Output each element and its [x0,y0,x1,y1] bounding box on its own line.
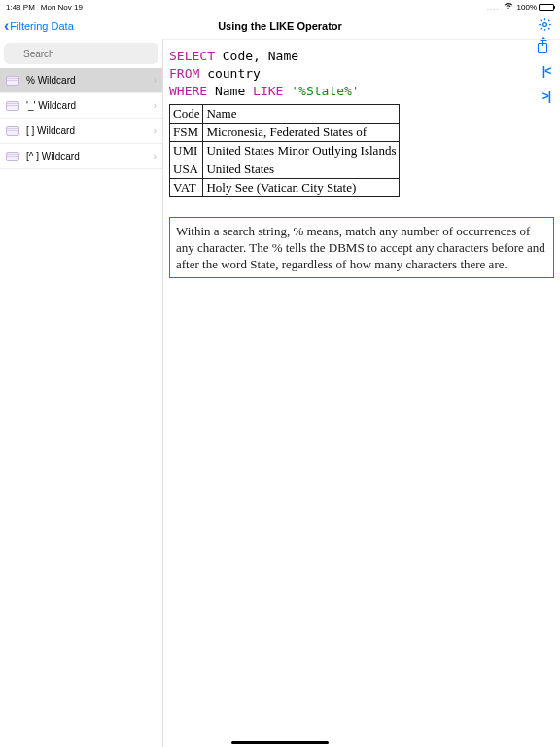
back-label: Filtering Data [10,20,73,32]
sidebar-item-underscore-wildcard[interactable]: '_' Wildcard › [0,93,162,119]
chevron-left-icon: ‹ [4,18,9,34]
sidebar-item-percent-wildcard[interactable]: % Wildcard › [0,68,162,93]
result-table: CodeName FSMMicronesia, Federated States… [169,104,400,197]
table-row: FSMMicronesia, Federated States of [170,124,400,142]
chevron-right-icon: › [154,100,157,111]
page-title: Using the LIKE Operator [218,20,342,32]
back-button[interactable]: ‹ Filtering Data [4,18,74,34]
sidebar-item-label: '_' Wildcard [26,100,76,111]
sidebar-item-label: [^ ] Wildcard [26,151,80,161]
svg-point-0 [543,23,547,27]
sql-string: '%State%' [291,84,359,98]
sql-file-icon [6,152,19,161]
sql-file-icon [6,76,19,86]
sidebar-item-caret-bracket-wildcard[interactable]: [^ ] Wildcard › [0,144,162,169]
gear-icon [538,19,552,35]
settings-button[interactable] [538,18,552,35]
chevron-right-icon: › [154,151,157,161]
battery-icon: 100% [517,3,554,12]
table-row: VATHoly See (Vatican City State) [170,179,400,197]
wifi-icon [504,2,513,12]
explanation-box: Within a search string, % means, match a… [169,217,554,278]
sql-keyword: LIKE [253,84,283,98]
search-input[interactable] [4,43,158,64]
sidebar-item-bracket-wildcard[interactable]: [ ] Wildcard › [0,119,162,144]
sql-file-icon [6,126,19,136]
sql-keyword: WHERE [169,84,207,98]
sql-file-icon [6,101,19,111]
cell-dots-icon: .... [487,3,500,12]
sidebar-item-label: [ ] Wildcard [26,125,75,136]
content-pane: SELECT Code, Name FROM country WHERE Nam… [163,39,560,747]
table-row: UMIUnited States Minor Outlying Islands [170,142,400,160]
status-time: 1:48 PM [6,3,35,12]
table-row: USAUnited States [170,160,400,179]
sql-keyword: FROM [169,66,199,81]
sidebar-item-label: % Wildcard [26,75,76,86]
nav-bar: ‹ Filtering Data Using the LIKE Operator [0,14,560,39]
sidebar: % Wildcard › '_' Wildcard › [ ] Wildcard… [0,39,163,747]
battery-pct: 100% [517,3,537,12]
home-indicator[interactable] [231,741,329,744]
status-bar: 1:48 PM Mon Nov 19 .... 100% [0,0,560,14]
chevron-right-icon: › [154,125,157,136]
chevron-right-icon: › [154,75,157,86]
search-container [4,43,158,64]
sql-keyword: SELECT [169,49,215,63]
table-row: CodeName [170,105,400,124]
status-date: Mon Nov 19 [41,3,83,12]
sql-query: SELECT Code, Name FROM country WHERE Nam… [169,48,554,100]
